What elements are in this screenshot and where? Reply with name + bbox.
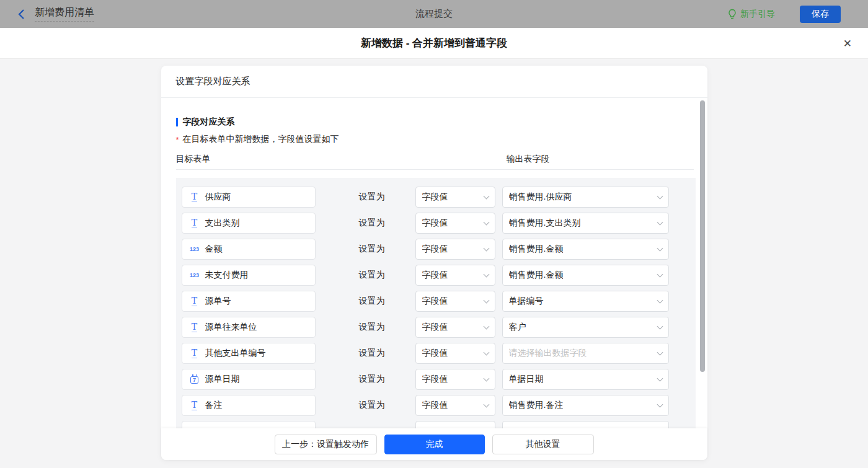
chevron-down-icon: [657, 402, 663, 408]
set-as-label: 设置为: [359, 244, 385, 255]
modal-body: 设置字段对应关系 字段对应关系 * 在目标表单中新增数据，字段值设置如下 目标表…: [0, 59, 868, 468]
panel-header-title: 设置字段对应关系: [176, 76, 250, 87]
value-method-select[interactable]: 字段值: [415, 213, 495, 234]
number-field-icon: 123: [190, 246, 199, 252]
value-method-select[interactable]: 字段值: [415, 291, 495, 312]
field-mapping-row: 7 源单日期 设置为 字段值 单据日期: [182, 369, 690, 390]
value-method-select[interactable]: 字段值: [415, 239, 495, 260]
target-field-box[interactable]: T 支出类别: [182, 213, 316, 234]
target-field-label: 金额: [205, 244, 223, 255]
target-field-label: 源单号: [205, 296, 231, 307]
lightbulb-icon: [728, 9, 737, 20]
chevron-down-icon: [483, 324, 489, 330]
field-mapping-row: T 源单往来单位 设置为 字段值 客户: [182, 317, 690, 338]
field-mapping-row: T 供应商 设置为 字段值 销售费用.供应商: [182, 187, 690, 208]
output-field-select[interactable]: 客户: [502, 317, 669, 338]
value-method-value: 字段值: [422, 244, 448, 255]
column-target-form-label: 目标表单: [176, 154, 211, 164]
chevron-down-icon: [657, 376, 663, 382]
target-field-box[interactable]: 7 源单日期: [182, 369, 316, 390]
output-field-select[interactable]: 销售费用.供应商: [502, 187, 669, 208]
panel-header: 设置字段对应关系: [161, 66, 707, 98]
value-method-value: 字段值: [422, 348, 448, 359]
columns-divider: [176, 169, 694, 170]
output-field-value: 销售费用.备注: [509, 400, 564, 411]
value-method-value: 字段值: [422, 218, 448, 229]
target-field-label: 支出类别: [205, 218, 240, 229]
target-field-box[interactable]: T 源单号: [182, 291, 316, 312]
output-field-value: 客户: [509, 322, 526, 333]
set-as-label: 设置为: [359, 270, 385, 281]
chevron-down-icon: [483, 193, 489, 200]
target-field-box[interactable]: T 供应商: [182, 187, 316, 208]
target-field-box[interactable]: 123 未支付费用: [182, 265, 316, 286]
text-field-icon: T: [192, 192, 197, 202]
beginner-guide-label: 新手引导: [740, 9, 775, 20]
value-method-select[interactable]: 字段值: [415, 395, 495, 416]
target-field-label: 源单日期: [205, 374, 240, 385]
output-field-select[interactable]: 销售费用.金额: [502, 265, 669, 286]
date-field-icon: 7: [190, 376, 198, 384]
chevron-down-icon: [483, 298, 489, 304]
app-topbar: 新增费用清单 流程提交 新手引导 保存: [0, 0, 868, 28]
chevron-down-icon: [483, 402, 489, 408]
output-field-value: 销售费用.供应商: [509, 192, 572, 203]
value-method-value: 字段值: [422, 400, 448, 411]
value-method-value: 字段值: [422, 192, 448, 203]
target-field-label: 未支付费用: [205, 270, 249, 281]
field-mapping-row: T 源单号 设置为 字段值 单据编号: [182, 291, 690, 312]
topbar-actions: 新手引导 保存: [728, 6, 841, 23]
text-field-icon: T: [192, 400, 197, 410]
set-as-label: 设置为: [359, 218, 385, 229]
back-button[interactable]: [17, 9, 25, 20]
previous-step-button[interactable]: 上一步：设置触发动作: [275, 435, 377, 454]
output-field-select[interactable]: 单据日期: [502, 369, 669, 390]
value-method-select[interactable]: 字段值: [415, 317, 495, 338]
target-field-box[interactable]: T 源单往来单位: [182, 317, 316, 338]
note-text: 在目标表单中新增数据，字段值设置如下: [183, 134, 339, 145]
target-field-label: 其他支出单编号: [205, 348, 266, 359]
value-method-select[interactable]: 字段值: [415, 265, 495, 286]
chevron-down-icon: [483, 350, 489, 356]
done-button[interactable]: 完成: [384, 435, 485, 454]
number-field-icon: 123: [190, 272, 199, 278]
chevron-down-icon: [483, 376, 489, 382]
beginner-guide-button[interactable]: 新手引导: [728, 9, 775, 20]
target-field-box[interactable]: T 备注: [182, 395, 316, 416]
save-button[interactable]: 保存: [800, 6, 841, 23]
chevron-down-icon: [657, 324, 663, 330]
set-as-label: 设置为: [359, 348, 385, 359]
output-field-select[interactable]: 单据编号: [502, 291, 669, 312]
chevron-down-icon: [657, 193, 663, 200]
column-output-fields-label: 输出表字段: [507, 154, 550, 165]
section-head: 字段对应关系: [176, 117, 694, 128]
close-icon[interactable]: ✕: [843, 38, 852, 48]
set-as-label: 设置为: [359, 296, 385, 307]
vertical-scrollbar-thumb[interactable]: [700, 100, 705, 372]
value-method-select[interactable]: 字段值: [415, 343, 495, 364]
set-as-label: 设置为: [359, 192, 385, 203]
field-mapping-row: T 其他支出单编号 设置为 字段值 请选择输出数据字段: [182, 343, 690, 364]
output-field-value: 销售费用.支出类别: [509, 218, 581, 229]
target-field-box[interactable]: T 其他支出单编号: [182, 343, 316, 364]
text-field-icon: T: [192, 296, 197, 306]
value-method-select[interactable]: 字段值: [415, 187, 495, 208]
output-field-select[interactable]: 销售费用.支出类别: [502, 213, 669, 234]
other-settings-button[interactable]: 其他设置: [492, 435, 594, 454]
modal-header: 新增数据 - 合并新增到普通字段 ✕: [0, 28, 868, 59]
section-accent-bar: [176, 118, 178, 126]
output-field-select[interactable]: 销售费用.备注: [502, 395, 669, 416]
output-field-select[interactable]: 销售费用.金额: [502, 239, 669, 260]
output-field-value: 销售费用.金额: [509, 270, 564, 281]
target-field-label: 备注: [205, 400, 223, 411]
topbar-center-title: 流程提交: [415, 8, 453, 20]
field-mapping-row: 123 未支付费用 设置为 字段值 销售费用.金额: [182, 265, 690, 286]
target-field-box[interactable]: 123 金额: [182, 239, 316, 260]
workflow-title: 新增费用清单: [35, 6, 94, 22]
value-method-select[interactable]: 字段值: [415, 369, 495, 390]
output-field-value: 单据日期: [509, 374, 544, 385]
note-line: * 在目标表单中新增数据，字段值设置如下: [176, 134, 694, 145]
output-field-select[interactable]: 请选择输出数据字段: [502, 343, 669, 364]
text-field-icon: T: [192, 218, 197, 228]
columns-header: 目标表单 输出表字段: [176, 154, 694, 164]
